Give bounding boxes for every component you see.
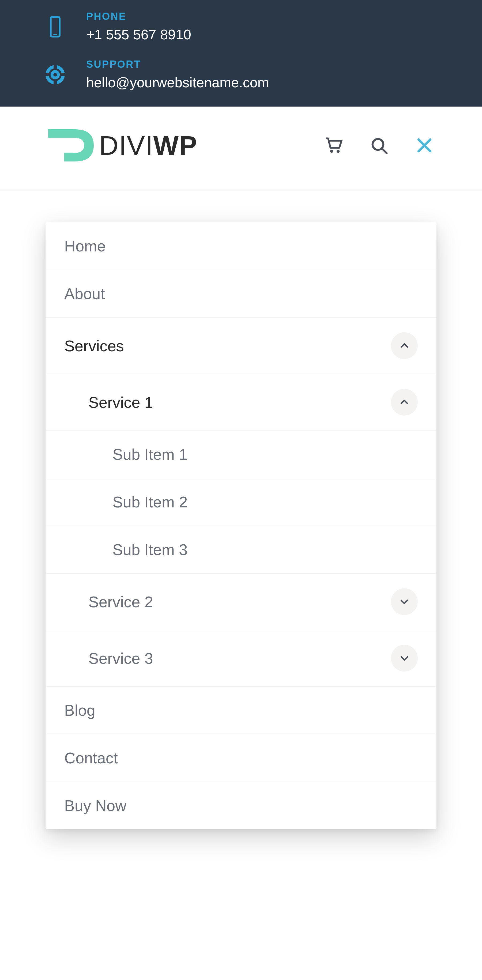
support-value[interactable]: hello@yourwebsitename.com [86, 75, 269, 91]
nav-service-2-label: Service 2 [88, 593, 391, 611]
logo-text: DIVIWP [99, 130, 197, 161]
svg-rect-5 [54, 80, 57, 84]
nav-home-label: Home [64, 237, 418, 255]
cart-icon[interactable] [324, 136, 343, 155]
nav-contact-label: Contact [64, 749, 418, 767]
svg-rect-1 [53, 34, 57, 35]
nav-services[interactable]: Services [46, 317, 436, 374]
logo-text-bold: WP [153, 130, 197, 161]
search-icon[interactable] [369, 136, 388, 155]
topbar-phone-row: PHONE +1 555 567 8910 [46, 11, 436, 43]
nav-service-1-sub-3-label: Sub Item 3 [113, 541, 418, 558]
nav-service-3-toggle[interactable] [391, 645, 418, 671]
svg-point-8 [330, 150, 333, 153]
logo-mark-icon [46, 125, 99, 165]
nav-services-toggle[interactable] [391, 332, 418, 359]
phone-label: PHONE [86, 11, 191, 22]
support-icon [46, 65, 65, 84]
chevron-up-icon [399, 397, 410, 407]
chevron-down-icon [399, 653, 410, 663]
close-menu-icon[interactable] [415, 136, 434, 155]
nav-home[interactable]: Home [46, 222, 436, 270]
chevron-down-icon [399, 596, 410, 607]
nav-services-submenu: Service 1 Sub Item 1 Sub Item 2 Sub Item… [46, 374, 436, 686]
logo-text-light: DIVI [99, 130, 153, 161]
nav-blog[interactable]: Blog [46, 686, 436, 734]
nav-about-label: About [64, 285, 418, 302]
svg-rect-0 [51, 17, 59, 37]
nav-service-1-sub-1-label: Sub Item 1 [113, 445, 418, 463]
phone-value[interactable]: +1 555 567 8910 [86, 27, 191, 43]
svg-rect-4 [54, 65, 57, 70]
nav-service-1-toggle[interactable] [391, 389, 418, 415]
nav-services-label: Services [64, 337, 391, 355]
nav-service-1-sub-2[interactable]: Sub Item 2 [46, 478, 436, 526]
nav-service-3[interactable]: Service 3 [46, 630, 436, 686]
nav-buy-now[interactable]: Buy Now [46, 781, 436, 829]
svg-rect-6 [46, 73, 50, 76]
phone-icon [46, 17, 65, 37]
nav-service-1-sub-2-label: Sub Item 2 [113, 493, 418, 511]
topbar-support-row: SUPPORT hello@yourwebsitename.com [46, 59, 436, 91]
topbar-phone-text: PHONE +1 555 567 8910 [86, 11, 191, 43]
svg-rect-7 [60, 73, 65, 76]
nav-about[interactable]: About [46, 270, 436, 317]
nav-service-1-submenu: Sub Item 1 Sub Item 2 Sub Item 3 [46, 430, 436, 573]
nav-service-1-label: Service 1 [88, 393, 391, 411]
header-icons [324, 136, 434, 155]
nav-service-1-sub-3[interactable]: Sub Item 3 [46, 526, 436, 573]
site-header: DIVIWP [0, 107, 482, 190]
svg-point-3 [52, 72, 58, 78]
topbar: PHONE +1 555 567 8910 SUPPORT hello@your… [0, 0, 482, 107]
nav-contact[interactable]: Contact [46, 734, 436, 781]
nav-service-2-toggle[interactable] [391, 588, 418, 615]
logo[interactable]: DIVIWP [46, 125, 197, 165]
mobile-nav-menu: Home About Services Service 1 Sub Item 1… [46, 222, 436, 829]
chevron-up-icon [399, 340, 410, 351]
nav-service-3-label: Service 3 [88, 649, 391, 667]
svg-point-9 [337, 150, 340, 153]
nav-service-1[interactable]: Service 1 [46, 374, 436, 430]
topbar-support-text: SUPPORT hello@yourwebsitename.com [86, 59, 269, 91]
nav-blog-label: Blog [64, 701, 418, 719]
nav-service-2[interactable]: Service 2 [46, 573, 436, 630]
nav-service-1-sub-1[interactable]: Sub Item 1 [46, 430, 436, 478]
svg-line-11 [382, 149, 387, 153]
nav-buy-now-label: Buy Now [64, 797, 418, 815]
support-label: SUPPORT [86, 59, 269, 70]
